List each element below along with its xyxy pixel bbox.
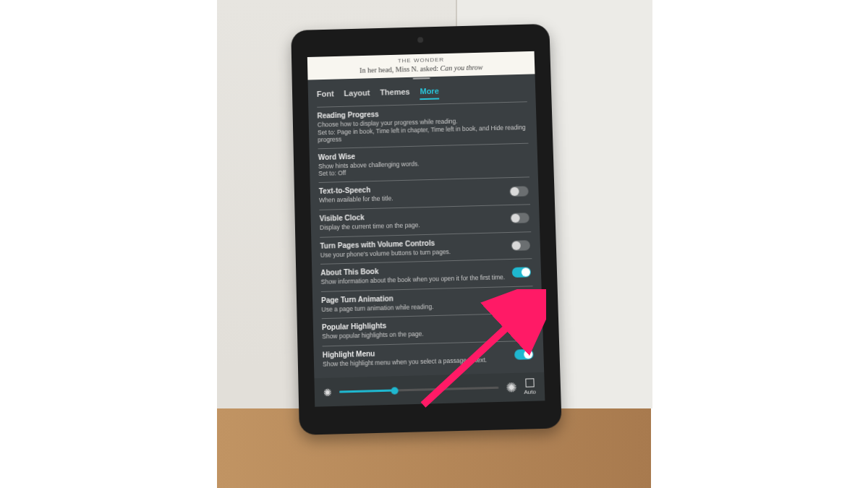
- toggle-knob: [512, 241, 521, 249]
- toggle-page-turn-animation[interactable]: [513, 294, 532, 305]
- tab-more[interactable]: More: [420, 87, 439, 100]
- brightness-thumb[interactable]: [391, 387, 399, 394]
- toggle-text-to-speech[interactable]: [509, 186, 528, 197]
- toggle-popular-highlights[interactable]: [514, 322, 533, 333]
- brightness-slider[interactable]: [339, 387, 498, 393]
- toggle-knob: [514, 296, 522, 304]
- scene-photo: THE WONDER In her head, Miss N. asked: C…: [0, 0, 868, 488]
- front-camera: [417, 37, 423, 43]
- brightness-high-icon: ✺: [506, 379, 517, 395]
- toggle-about-this-book[interactable]: [512, 267, 531, 278]
- setting-row-word-wise[interactable]: Word WiseShow hints above challenging wo…: [318, 142, 529, 182]
- toggle-knob: [511, 214, 519, 223]
- tab-font[interactable]: Font: [317, 89, 334, 102]
- book-line-italic: Can you throw: [440, 63, 482, 72]
- settings-list: Reading ProgressChoose how to display yo…: [308, 101, 544, 378]
- tablet-device: THE WONDER In her head, Miss N. asked: C…: [291, 24, 562, 435]
- tab-themes[interactable]: Themes: [380, 87, 410, 101]
- toggle-visible-clock[interactable]: [510, 213, 529, 223]
- tab-layout[interactable]: Layout: [344, 88, 370, 102]
- auto-brightness-button[interactable]: Auto: [524, 378, 536, 395]
- screen: THE WONDER In her head, Miss N. asked: C…: [307, 51, 545, 407]
- toggle-turn-pages-with-volume-controls[interactable]: [511, 240, 530, 251]
- toggle-knob: [510, 187, 519, 195]
- setting-row-reading-progress[interactable]: Reading ProgressChoose how to display yo…: [317, 101, 528, 148]
- setting-row-highlight-menu[interactable]: Highlight MenuShow the highlight menu wh…: [323, 341, 535, 374]
- toggle-knob: [522, 268, 530, 277]
- brightness-low-icon: ✺: [323, 386, 332, 398]
- toggle-knob: [523, 322, 532, 331]
- auto-label: Auto: [524, 388, 536, 395]
- brightness-bar: ✺ ✺ Auto: [314, 372, 545, 407]
- toggle-knob: [524, 350, 532, 359]
- auto-square-icon: [525, 378, 534, 387]
- toggle-highlight-menu[interactable]: [514, 349, 534, 360]
- brightness-fill: [339, 389, 395, 393]
- book-line-prefix: In her head, Miss N. asked:: [359, 64, 441, 74]
